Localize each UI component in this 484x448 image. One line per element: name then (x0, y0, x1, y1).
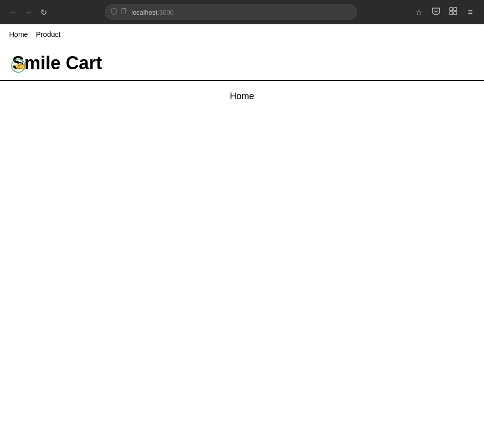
home-label: Home (230, 91, 254, 102)
svg-rect-3 (450, 12, 453, 15)
hamburger-icon: ≡ (468, 8, 472, 17)
reload-icon: ↻ (40, 8, 47, 17)
app-header: Smile Cart (0, 44, 484, 80)
file-icon (121, 8, 127, 16)
bookmark-button[interactable]: ☆ (411, 5, 426, 20)
page-content: Home Product Smile Cart Home ✍ (0, 24, 484, 448)
nav-home-link[interactable]: Home (6, 28, 31, 40)
url-port: :3000 (157, 9, 174, 16)
main-content: Home (0, 81, 484, 102)
menu-button[interactable]: ≡ (463, 5, 478, 20)
svg-rect-1 (450, 8, 453, 11)
forward-icon: → (24, 8, 32, 17)
back-icon: ← (9, 8, 17, 17)
app-title: Smile Cart (12, 53, 472, 74)
browser-window: ← → ↻ (0, 0, 484, 448)
extensions-button[interactable] (446, 5, 461, 20)
url-display: localhost:3000 (131, 9, 351, 16)
nav-bar: Home Product (0, 24, 484, 44)
browser-chrome: ← → ↻ (0, 0, 484, 24)
back-button[interactable]: ← (6, 5, 20, 19)
svg-rect-4 (454, 12, 457, 15)
forward-button[interactable]: → (21, 5, 35, 19)
svg-rect-0 (122, 9, 126, 14)
star-icon: ☆ (415, 8, 422, 17)
pocket-button[interactable] (428, 5, 444, 20)
address-bar[interactable]: localhost:3000 (105, 4, 357, 20)
security-shield-icon (111, 8, 117, 16)
svg-rect-2 (454, 8, 457, 11)
browser-right-icons: ☆ (411, 5, 478, 20)
nav-product-link[interactable]: Product (33, 28, 63, 40)
url-host: localhost (131, 9, 157, 16)
pocket-icon (431, 7, 441, 17)
reload-button[interactable]: ↻ (36, 5, 51, 19)
puzzle-icon (449, 7, 458, 18)
